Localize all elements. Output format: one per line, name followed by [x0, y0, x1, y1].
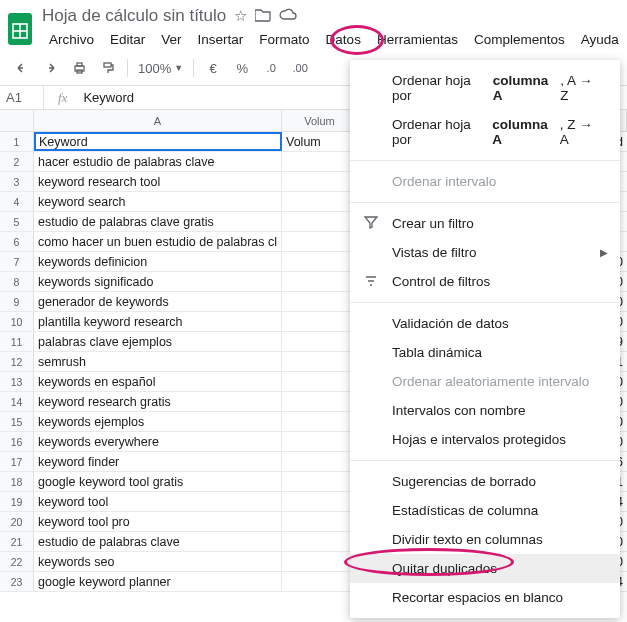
cell[interactable]: keyword search: [34, 192, 282, 211]
row-header[interactable]: 9: [0, 292, 34, 311]
row-header[interactable]: 1: [0, 132, 34, 151]
cell[interactable]: [282, 152, 358, 171]
dd-recortar-espacios[interactable]: Recortar espacios en blanco: [350, 583, 620, 612]
cell[interactable]: [282, 512, 358, 531]
cell[interactable]: [282, 212, 358, 231]
dd-estadisticas-columna[interactable]: Estadísticas de columna: [350, 496, 620, 525]
cell[interactable]: [282, 192, 358, 211]
row-header[interactable]: 23: [0, 572, 34, 591]
dd-sort-desc[interactable]: Ordenar hoja por columna A, Z → A: [350, 110, 620, 154]
dd-sugerencias-borrado[interactable]: Sugerencias de borrado: [350, 467, 620, 496]
row-header[interactable]: 10: [0, 312, 34, 331]
zoom-select[interactable]: 100% ▼: [134, 61, 187, 76]
dd-intervalos-nombre[interactable]: Intervalos con nombre: [350, 396, 620, 425]
cloud-status-icon[interactable]: [279, 8, 297, 25]
dd-quitar-duplicados[interactable]: Quitar duplicados: [350, 554, 620, 583]
cell[interactable]: keyword tool: [34, 492, 282, 511]
row-header[interactable]: 20: [0, 512, 34, 531]
cell[interactable]: hacer estudio de palabras clave: [34, 152, 282, 171]
cell[interactable]: google keyword planner: [34, 572, 282, 591]
cell[interactable]: [282, 472, 358, 491]
row-header[interactable]: 16: [0, 432, 34, 451]
row-header[interactable]: 8: [0, 272, 34, 291]
row-header[interactable]: 15: [0, 412, 34, 431]
menu-formato[interactable]: Formato: [252, 28, 316, 51]
row-header[interactable]: 4: [0, 192, 34, 211]
menu-ver[interactable]: Ver: [154, 28, 188, 51]
row-header[interactable]: 12: [0, 352, 34, 371]
cell[interactable]: [282, 352, 358, 371]
cell[interactable]: Volum: [282, 132, 358, 151]
col-header-b[interactable]: Volum: [282, 110, 358, 131]
dd-validacion[interactable]: Validación de datos: [350, 309, 620, 338]
cell[interactable]: [282, 332, 358, 351]
dd-hojas-protegidos[interactable]: Hojas e intervalos protegidos: [350, 425, 620, 454]
cell[interactable]: google keyword tool gratis: [34, 472, 282, 491]
row-header[interactable]: 7: [0, 252, 34, 271]
menu-editar[interactable]: Editar: [103, 28, 152, 51]
star-icon[interactable]: ☆: [234, 7, 247, 25]
cell[interactable]: keyword research gratis: [34, 392, 282, 411]
select-all-corner[interactable]: [0, 110, 34, 131]
name-box[interactable]: A1: [0, 86, 44, 109]
cell[interactable]: generador de keywords: [34, 292, 282, 311]
sheets-logo-icon[interactable]: [8, 11, 32, 47]
cell[interactable]: [282, 552, 358, 571]
cell[interactable]: [282, 232, 358, 251]
dd-dividir-texto[interactable]: Dividir texto en columnas: [350, 525, 620, 554]
cell[interactable]: keywords everywhere: [34, 432, 282, 451]
cell[interactable]: [282, 452, 358, 471]
cell[interactable]: [282, 292, 358, 311]
row-header[interactable]: 14: [0, 392, 34, 411]
increase-decimal-button[interactable]: .00: [287, 55, 313, 81]
decrease-decimal-button[interactable]: .0: [258, 55, 284, 81]
cell[interactable]: Keyword: [34, 132, 282, 151]
cell[interactable]: keywords seo: [34, 552, 282, 571]
dd-vistas-filtro[interactable]: Vistas de filtro▶: [350, 238, 620, 267]
doc-title[interactable]: Hoja de cálculo sin título: [42, 6, 226, 26]
menu-herramientas[interactable]: Herramientas: [370, 28, 465, 51]
cell[interactable]: keyword finder: [34, 452, 282, 471]
row-header[interactable]: 11: [0, 332, 34, 351]
cell[interactable]: keywords ejemplos: [34, 412, 282, 431]
col-header-a[interactable]: A: [34, 110, 282, 131]
menu-complementos[interactable]: Complementos: [467, 28, 572, 51]
cell[interactable]: [282, 412, 358, 431]
cell[interactable]: estudio de palabras clave gratis: [34, 212, 282, 231]
dd-crear-filtro[interactable]: Crear un filtro: [350, 209, 620, 238]
dd-sort-asc[interactable]: Ordenar hoja por columna A, A → Z: [350, 66, 620, 110]
cell[interactable]: keywords significado: [34, 272, 282, 291]
row-header[interactable]: 13: [0, 372, 34, 391]
row-header[interactable]: 21: [0, 532, 34, 551]
cell[interactable]: [282, 252, 358, 271]
menu-ayuda[interactable]: Ayuda: [574, 28, 626, 51]
cell[interactable]: semrush: [34, 352, 282, 371]
cell[interactable]: como hacer un buen estudio de palabras c…: [34, 232, 282, 251]
row-header[interactable]: 5: [0, 212, 34, 231]
dd-control-filtros[interactable]: Control de filtros: [350, 267, 620, 296]
redo-icon[interactable]: [37, 55, 63, 81]
move-folder-icon[interactable]: [255, 8, 271, 25]
cell[interactable]: [282, 272, 358, 291]
formula-bar[interactable]: Keyword: [81, 86, 136, 109]
cell[interactable]: keyword research tool: [34, 172, 282, 191]
dd-tabla-dinamica[interactable]: Tabla dinámica: [350, 338, 620, 367]
cell[interactable]: plantilla keyword research: [34, 312, 282, 331]
percent-button[interactable]: %: [229, 55, 255, 81]
cell[interactable]: [282, 312, 358, 331]
cell[interactable]: [282, 432, 358, 451]
cell[interactable]: keyword tool pro: [34, 512, 282, 531]
cell[interactable]: [282, 492, 358, 511]
currency-button[interactable]: €: [200, 55, 226, 81]
undo-icon[interactable]: [8, 55, 34, 81]
menu-archivo[interactable]: Archivo: [42, 28, 101, 51]
cell[interactable]: [282, 372, 358, 391]
cell[interactable]: keywords en español: [34, 372, 282, 391]
row-header[interactable]: 6: [0, 232, 34, 251]
cell[interactable]: [282, 532, 358, 551]
menu-insertar[interactable]: Insertar: [191, 28, 251, 51]
row-header[interactable]: 19: [0, 492, 34, 511]
cell[interactable]: [282, 572, 358, 591]
cell[interactable]: keywords definicion: [34, 252, 282, 271]
cell[interactable]: [282, 172, 358, 191]
